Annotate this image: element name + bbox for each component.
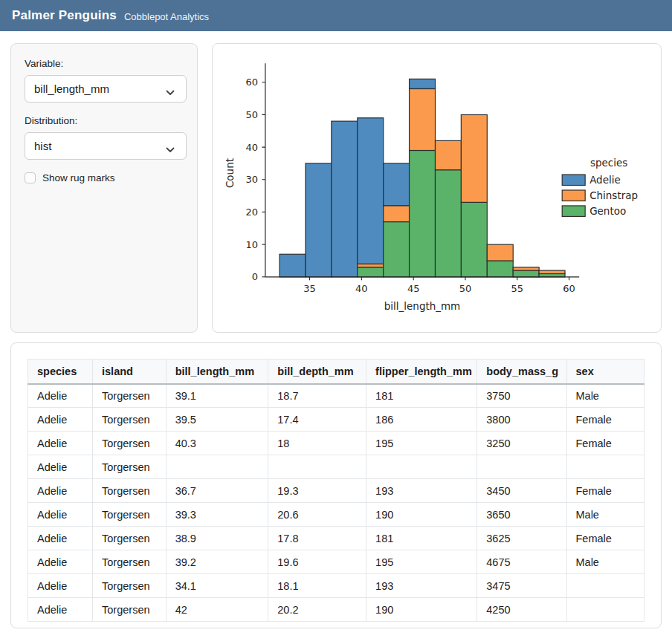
app-header: Palmer Penguins Cobblepot Analytics [0,0,672,31]
cell-sex: Female [566,527,644,550]
bar-segment-gentoo [487,261,513,277]
table-row: AdelieTorgersen38.917.81813625Female [28,527,644,550]
cell-island: Torgersen [93,574,167,598]
legend-label-chinstrap: Chinstrap [589,189,638,201]
cell-sex [566,455,644,479]
bar-segment-chinstrap [487,244,513,261]
cell-flipper_length_mm: 195 [366,432,477,455]
cell-bill_depth_mm: 17.4 [268,408,366,432]
y-tick-label: 0 [252,271,258,282]
column-header-species: species [28,360,93,384]
cell-island: Torgersen [93,550,167,574]
app-subtitle: Cobblepot Analytics [124,9,209,22]
cell-island: Torgersen [93,503,167,527]
table-row: AdelieTorgersen40.3181953250Female [28,432,644,455]
y-axis-label: Count [224,158,236,188]
table-row: AdelieTorgersen34.118.11933475 [28,574,644,598]
cell-bill_length_mm: 34.1 [166,574,268,598]
cell-body_mass_g: 4675 [477,550,566,574]
cell-body_mass_g: 3450 [477,479,566,503]
legend-label-adelie: Adelie [589,174,621,186]
x-tick-label: 60 [563,283,575,294]
variable-select-wrap: bill_length_mm [25,75,184,103]
distribution-label: Distribution: [25,115,184,126]
bar-segment-chinstrap [513,267,539,270]
cell-body_mass_g: 3800 [477,408,566,432]
bar-segment-gentoo [410,150,436,276]
bar-segment-adelie [384,163,410,206]
cell-body_mass_g [477,455,566,479]
cell-island: Torgersen [93,432,167,455]
bar-segment-adelie [410,79,436,88]
cell-bill_depth_mm: 20.2 [268,598,366,622]
cell-sex: Female [566,408,644,432]
sidebar-panel: Variable: bill_length_mm Distribution: h… [10,43,198,333]
x-axis-label: bill_length_mm [384,300,460,312]
cell-species: Adelie [28,527,93,550]
cell-bill_depth_mm: 19.3 [268,479,366,503]
y-tick-label: 50 [245,109,258,120]
cell-bill_depth_mm: 17.8 [268,527,366,550]
column-header-island: island [93,360,167,384]
distribution-select-wrap: hist [25,132,184,160]
table-panel: speciesislandbill_length_mmbill_depth_mm… [10,342,662,628]
rug-checkbox[interactable] [25,172,36,183]
rug-checkbox-label: Show rug marks [42,172,115,183]
x-tick-label: 45 [407,283,420,294]
variable-select[interactable]: bill_length_mm [25,75,187,103]
cell-bill_depth_mm: 18 [268,432,366,455]
table-row: AdelieTorgersen36.719.31933450Female [28,479,644,503]
cell-bill_length_mm: 39.2 [166,550,268,574]
cell-island: Torgersen [93,384,167,408]
cell-island: Torgersen [93,479,167,503]
cell-species: Adelie [28,550,93,574]
legend-title: species [590,157,627,169]
cell-sex [566,598,644,622]
cell-body_mass_g: 3625 [477,527,566,550]
cell-island: Torgersen [93,598,167,622]
table-row: AdelieTorgersen39.320.61903650Male [28,503,644,527]
cell-species: Adelie [28,455,93,479]
legend-swatch-gentoo [562,206,585,216]
distribution-select[interactable]: hist [25,132,187,160]
x-tick-label: 40 [355,283,368,294]
cell-flipper_length_mm: 181 [366,527,477,550]
cell-body_mass_g: 3475 [477,574,566,598]
bar-segment-adelie [306,163,332,277]
cell-species: Adelie [28,574,93,598]
column-header-flipper_length_mm: flipper_length_mm [366,360,477,384]
legend-label-gentoo: Gentoo [589,205,626,217]
main-content: Variable: bill_length_mm Distribution: h… [0,31,672,628]
cell-flipper_length_mm: 186 [366,408,477,432]
cell-bill_depth_mm: 18.7 [268,384,366,408]
legend-swatch-chinstrap [562,190,585,201]
cell-bill_length_mm: 38.9 [166,527,268,550]
table-row: AdelieTorgersen39.517.41863800Female [28,408,644,432]
cell-sex: Female [566,432,644,455]
cell-sex: Male [566,384,644,408]
bar-segment-adelie [332,121,358,277]
cell-sex: Male [566,503,644,527]
column-header-sex: sex [566,360,644,384]
cell-island: Torgersen [93,527,167,550]
bar-segment-gentoo [358,267,384,277]
cell-species: Adelie [28,408,93,432]
table-row: AdelieTorgersen39.118.71813750Male [28,384,644,408]
cell-species: Adelie [28,432,93,455]
bar-segment-chinstrap [436,140,462,169]
cell-bill_length_mm: 36.7 [166,479,268,503]
cell-sex: Female [566,479,644,503]
table-row: AdelieTorgersen4220.21904250 [28,598,644,622]
bar-segment-gentoo [436,170,462,277]
cell-island: Torgersen [93,455,167,479]
bar-segment-chinstrap [410,89,436,151]
cell-species: Adelie [28,503,93,527]
cell-bill_length_mm [166,455,268,479]
table-row: AdelieTorgersen39.219.61954675Male [28,550,644,574]
y-tick-label: 10 [245,239,258,250]
cell-flipper_length_mm: 193 [366,479,477,503]
cell-body_mass_g: 3750 [477,384,566,408]
bar-segment-chinstrap [384,206,410,222]
bar-segment-chinstrap [358,264,384,267]
cell-bill_length_mm: 39.1 [166,384,268,408]
